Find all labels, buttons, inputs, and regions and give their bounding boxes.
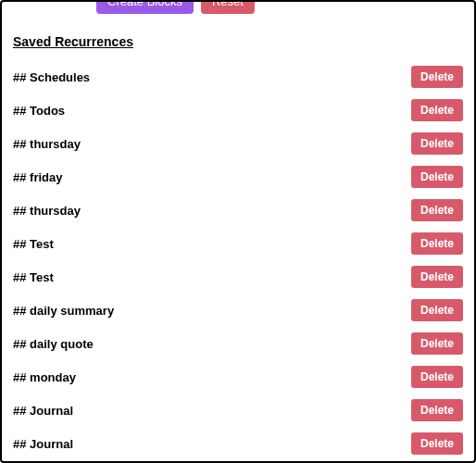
recurrence-label: ## Test — [13, 270, 54, 284]
recurrence-label: ## Todos — [13, 104, 65, 118]
list-item: ## Schedules Delete — [13, 60, 463, 94]
list-item: ## Test Delete — [13, 260, 463, 294]
delete-button[interactable]: Delete — [411, 266, 463, 288]
delete-button[interactable]: Delete — [411, 366, 463, 388]
recurrence-label: ## thursday — [13, 137, 81, 151]
list-item: ## monday Delete — [13, 360, 463, 394]
list-item: ## daily quote Delete — [13, 327, 463, 360]
list-item: ## Todos Delete — [13, 94, 463, 127]
recurrence-list: ## Schedules Delete ## Todos Delete ## t… — [13, 60, 463, 463]
recurrence-label: ## daily summary — [13, 304, 114, 318]
delete-button[interactable]: Delete — [411, 399, 463, 421]
list-item: ## friday Delete — [13, 160, 463, 194]
recurrence-label: ## Schedules — [13, 70, 90, 84]
recurrence-label: ## thursday — [13, 204, 81, 218]
delete-button[interactable]: Delete — [411, 199, 463, 221]
recurrence-label: ## friday — [13, 170, 62, 184]
list-item: ## thursday Delete — [13, 127, 463, 160]
list-item: ## daily summary Delete — [13, 294, 463, 327]
delete-button[interactable]: Delete — [411, 432, 463, 455]
recurrence-label: ## Test — [13, 237, 54, 251]
delete-button[interactable]: Delete — [411, 332, 463, 355]
recurrence-label: ## monday — [13, 370, 76, 384]
delete-button[interactable]: Delete — [411, 66, 463, 88]
recurrence-label: ## daily quote — [13, 337, 94, 351]
section-title: Saved Recurrences — [13, 34, 463, 49]
list-item: ## thursday Delete — [13, 194, 463, 227]
delete-button[interactable]: Delete — [411, 232, 463, 255]
delete-button[interactable]: Delete — [411, 132, 463, 155]
recurrence-label: ## Journal — [13, 404, 73, 418]
main-panel: Create Blocks Reset Saved Recurrences ##… — [0, 0, 476, 463]
delete-button[interactable]: Delete — [411, 99, 463, 121]
create-blocks-button[interactable]: Create Blocks — [96, 0, 194, 14]
reset-button[interactable]: Reset — [201, 0, 255, 14]
delete-button[interactable]: Delete — [411, 299, 463, 321]
toolbar: Create Blocks Reset — [96, 0, 463, 14]
recurrence-label: ## Journal — [13, 437, 73, 451]
list-item: ## Journal Delete — [13, 394, 463, 427]
delete-button[interactable]: Delete — [411, 166, 463, 188]
list-item: ## Test Delete — [13, 227, 463, 260]
list-item: ## Journal Delete — [13, 427, 463, 460]
